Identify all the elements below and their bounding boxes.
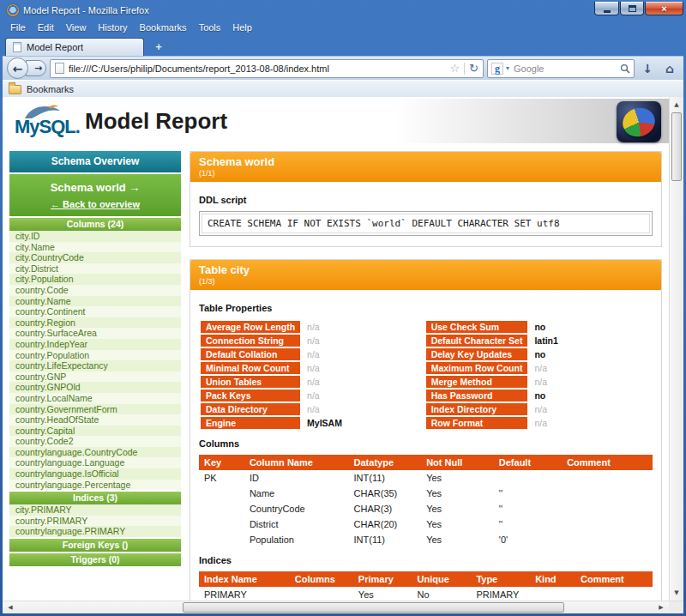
downloads-button[interactable]: ↓ bbox=[638, 59, 657, 78]
scroll-down-arrow[interactable]: ▼ bbox=[670, 586, 683, 600]
sidebar-column-link[interactable]: city.Name bbox=[9, 242, 181, 253]
menu-history[interactable]: History bbox=[92, 21, 133, 34]
scroll-left-arrow[interactable]: ◀ bbox=[3, 601, 17, 613]
property-row: Pack Keysn/aHas Passwordno bbox=[201, 390, 651, 402]
sidebar-index-link[interactable]: countrylanguage.PRIMARY bbox=[9, 526, 181, 537]
sidebar-column-link[interactable]: country.Code2 bbox=[9, 436, 181, 447]
sidebar-column-link[interactable]: country.HeadOfState bbox=[9, 414, 181, 426]
table-cell bbox=[199, 516, 244, 532]
table-cell bbox=[562, 516, 653, 532]
url-bar[interactable]: file:///C:/Users/philip/Documents/report… bbox=[50, 59, 484, 78]
scroll-right-arrow[interactable]: ▶ bbox=[654, 601, 668, 613]
sidebar-column-link[interactable]: city.ID bbox=[9, 231, 181, 242]
maximize-button[interactable] bbox=[620, 2, 644, 15]
sidebar-column-link[interactable]: country.GNPOld bbox=[9, 382, 181, 393]
schema-world-link[interactable]: Schema world → bbox=[13, 181, 178, 194]
table-cell bbox=[562, 486, 653, 501]
table-row: DistrictCHAR(20)Yes'' bbox=[199, 516, 653, 532]
property-row: Connection Stringn/aDefault Character Se… bbox=[201, 335, 651, 347]
horizontal-scrollbar[interactable]: ◀ ▶ bbox=[3, 601, 683, 613]
new-tab-button[interactable]: + bbox=[147, 39, 170, 54]
sidebar-column-link[interactable]: country.IndepYear bbox=[9, 339, 181, 350]
menu-file[interactable]: File bbox=[4, 21, 32, 34]
property-value: no bbox=[529, 348, 651, 360]
sidebar-column-link[interactable]: country.GovernmentForm bbox=[9, 404, 181, 415]
vertical-scroll-thumb[interactable] bbox=[671, 112, 682, 181]
property-label: Row Format bbox=[426, 417, 528, 429]
sidebar-column-link[interactable]: city.CountryCode bbox=[9, 252, 181, 263]
sidebar-column-link[interactable]: countrylanguage.Language bbox=[9, 457, 181, 468]
search-magnifier-icon[interactable] bbox=[620, 63, 630, 74]
property-label: Connection String bbox=[201, 335, 300, 347]
bookmarks-folder[interactable]: Bookmarks bbox=[9, 83, 74, 94]
table-cell bbox=[562, 470, 653, 486]
menu-edit[interactable]: Edit bbox=[32, 21, 60, 34]
sidebar-column-link[interactable]: country.GNP bbox=[9, 371, 181, 383]
column-header: Index Name bbox=[199, 571, 290, 587]
home-button[interactable]: ⌂ bbox=[660, 59, 679, 78]
minimize-icon bbox=[604, 10, 611, 13]
back-to-overview-link[interactable]: ← Back to overview bbox=[13, 199, 178, 209]
sidebar-column-link[interactable]: country.Population bbox=[9, 350, 181, 361]
title-bar[interactable]: Model Report - Mozilla Firefox × bbox=[3, 0, 683, 19]
sidebar-column-link[interactable]: city.Population bbox=[9, 274, 181, 285]
sidebar-column-link[interactable]: country.Code bbox=[9, 285, 181, 296]
property-value: n/a bbox=[302, 348, 424, 360]
property-value: no bbox=[529, 390, 651, 402]
indices-table-head: Index NameColumnsPrimaryUniqueTypeKindCo… bbox=[199, 571, 653, 587]
property-label: Has Password bbox=[426, 390, 528, 402]
close-button[interactable]: × bbox=[645, 2, 683, 15]
minimize-button[interactable] bbox=[594, 2, 619, 15]
sidebar-index-link[interactable]: country.PRIMARY bbox=[9, 516, 181, 527]
bookmark-star-icon[interactable]: ☆ bbox=[449, 62, 460, 75]
ddl-script-label: DDL script bbox=[199, 195, 653, 205]
column-header: Kind bbox=[530, 571, 575, 587]
property-label: Data Directory bbox=[201, 403, 300, 415]
table-cell: ID bbox=[244, 470, 349, 486]
sidebar-column-link[interactable]: city.District bbox=[9, 263, 181, 275]
table-cell bbox=[199, 501, 244, 516]
table-cell: District bbox=[244, 516, 349, 532]
property-label: Pack Keys bbox=[201, 390, 300, 402]
horizontal-scroll-thumb[interactable] bbox=[183, 602, 564, 613]
tab-model-report[interactable]: Model Report bbox=[5, 38, 144, 56]
table-cell bbox=[290, 587, 353, 601]
reload-icon[interactable]: ↻ bbox=[469, 62, 478, 75]
page-title: Model Report bbox=[85, 108, 227, 135]
search-engine-dropdown-icon[interactable]: ▾ bbox=[506, 64, 509, 72]
sidebar-column-link[interactable]: countrylanguage.CountryCode bbox=[9, 447, 181, 458]
column-header: Unique bbox=[412, 571, 472, 587]
sidebar-column-link[interactable]: countrylanguage.Percentage bbox=[9, 480, 181, 491]
menu-tools[interactable]: Tools bbox=[193, 21, 227, 34]
column-header: Comment bbox=[562, 455, 653, 470]
search-input[interactable] bbox=[512, 63, 617, 75]
menu-view[interactable]: View bbox=[60, 21, 93, 34]
table-cell: INT(11) bbox=[349, 532, 422, 547]
sidebar-column-link[interactable]: country.Region bbox=[9, 317, 181, 329]
property-row: Minimal Row Countn/aMaximum Row Countn/a bbox=[201, 362, 651, 374]
sidebar-column-link[interactable]: country.Capital bbox=[9, 426, 181, 437]
table-city-title: Table city bbox=[199, 263, 653, 276]
column-header: Not Null bbox=[421, 455, 494, 470]
property-row: EngineMyISAMRow Formatn/a bbox=[201, 417, 651, 429]
sidebar-column-link[interactable]: country.Continent bbox=[9, 306, 181, 317]
sidebar-column-link[interactable]: country.LocalName bbox=[9, 393, 181, 404]
sidebar-column-link[interactable]: countrylanguage.IsOfficial bbox=[9, 468, 181, 480]
schema-section: Schema world (1/1) DDL script CREATE SCH… bbox=[190, 151, 662, 247]
menu-bookmarks[interactable]: Bookmarks bbox=[134, 21, 193, 34]
search-box[interactable]: g ▾ bbox=[487, 59, 635, 78]
back-button[interactable]: ← bbox=[7, 57, 28, 79]
forward-button[interactable]: → bbox=[26, 60, 46, 76]
table-cell: CHAR(20) bbox=[349, 516, 422, 532]
url-text[interactable]: file:///C:/Users/philip/Documents/report… bbox=[69, 63, 445, 74]
table-row: CountryCodeCHAR(3)Yes'' bbox=[199, 501, 653, 516]
table-cell: Yes bbox=[353, 587, 412, 601]
scroll-up-arrow[interactable]: ▲ bbox=[670, 98, 683, 112]
sidebar-column-link[interactable]: country.SurfaceArea bbox=[9, 328, 181, 339]
sidebar-column-link[interactable]: country.LifeExpectancy bbox=[9, 360, 181, 371]
sidebar-index-link[interactable]: city.PRIMARY bbox=[9, 504, 181, 516]
vertical-scrollbar[interactable]: ▲ ▼ bbox=[669, 97, 683, 601]
menu-help[interactable]: Help bbox=[226, 21, 258, 34]
table-cell: CountryCode bbox=[244, 501, 349, 516]
sidebar-column-link[interactable]: country.Name bbox=[9, 296, 181, 307]
